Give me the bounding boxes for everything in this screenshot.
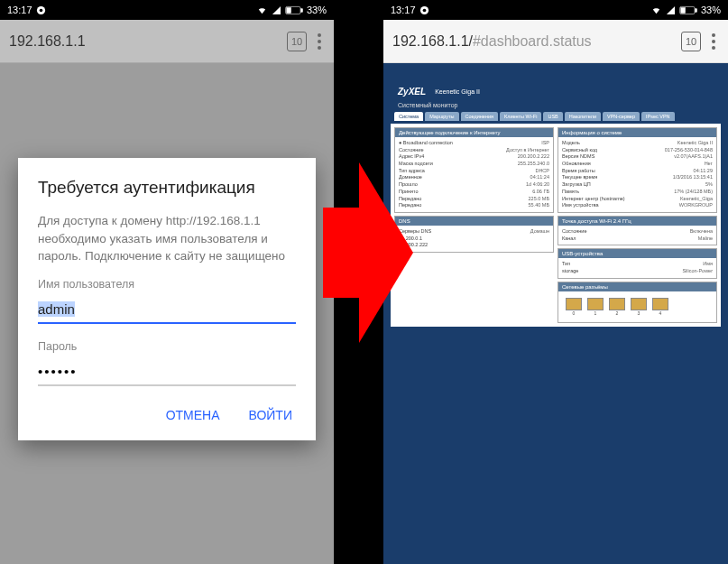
dialog-message: Для доступа к домену http://192.168.1.1 …	[38, 212, 296, 265]
info-row: СостояниеВключена	[562, 228, 713, 236]
status-bar-left: 13:17 33%	[0, 0, 334, 20]
info-panel: Действующее подключение к Интернету● Bro…	[394, 127, 554, 213]
svg-rect-9	[681, 7, 686, 13]
router-tab[interactable]: Накопители	[565, 112, 601, 121]
status-bar-right: 13:17 33%	[383, 0, 728, 20]
info-row: 81.200.2.222	[399, 242, 549, 249]
info-row: Передано225.0 МБ	[399, 196, 549, 203]
info-row: КаналMaline	[562, 236, 713, 243]
ethernet-port-icon	[566, 298, 582, 310]
ethernet-port-icon	[631, 298, 647, 310]
panel-header: Действующее подключение к Интернету	[395, 128, 553, 137]
router-tab[interactable]: IPsec VPN	[641, 112, 675, 121]
transition-arrow-icon	[323, 162, 404, 343]
router-tab[interactable]: Маршруты	[425, 112, 458, 121]
svg-point-1	[39, 8, 42, 12]
info-row: Сервисный код017-256-530-014-848	[562, 147, 713, 154]
info-row: Версия NDMSv2.07(AAFS.1)A1	[562, 153, 713, 161]
username-field[interactable]: admin	[38, 298, 296, 324]
svg-rect-3	[301, 8, 303, 12]
status-time: 13:17	[391, 5, 416, 15]
info-panel: DNSСерверы DNSДомашн81.200.0.181.200.2.2…	[394, 216, 554, 253]
info-row: Текущее время1/3/2016 13:15:41	[562, 174, 713, 181]
ethernet-port-icon	[652, 298, 668, 310]
menu-icon-left[interactable]	[314, 30, 325, 53]
info-row: ТипИмя	[562, 261, 713, 268]
url-input-left[interactable]: 192.168.1.1	[9, 33, 280, 50]
battery-pct: 33%	[307, 5, 327, 15]
menu-icon-right[interactable]	[708, 30, 719, 53]
router-brand: ZyXEL	[398, 87, 426, 97]
tab-count-right[interactable]: 10	[681, 32, 701, 51]
svg-rect-4	[287, 7, 291, 13]
battery-icon	[679, 5, 697, 15]
router-tab[interactable]: VPN-сервер	[603, 112, 640, 121]
info-row: Память17% (24/128 МБ)	[562, 189, 713, 196]
wifi-icon	[256, 5, 268, 15]
info-row: Время работы04:11:29	[562, 168, 713, 175]
wifi-icon	[650, 5, 662, 15]
info-row: Принято6.06 ГБ	[399, 189, 549, 196]
battery-pct: 33%	[701, 5, 721, 15]
info-panel: Сетевые разъёмы01234	[558, 282, 717, 323]
ethernet-port-icon	[609, 298, 625, 310]
panel-header: Точка доступа Wi-Fi 2.4 ГГц	[558, 217, 716, 226]
svg-rect-8	[696, 8, 697, 12]
svg-point-6	[422, 8, 426, 12]
password-label: Пароль	[38, 340, 296, 353]
info-row: Передано55.40 МБ	[399, 202, 549, 209]
tab-count-left[interactable]: 10	[287, 32, 307, 51]
router-admin-panel: ZyXEL Keenetic Giga II Системный монитор…	[391, 83, 721, 327]
info-row: Загрузка ЦП5%	[562, 181, 713, 189]
router-tab[interactable]: USB	[543, 112, 562, 121]
router-subtitle: Системный монитор	[391, 100, 721, 112]
router-tab[interactable]: Соединения	[461, 112, 498, 121]
info-row: МодельKeenetic Giga II	[562, 140, 713, 147]
info-row: storageSilicon-Power	[562, 268, 713, 275]
signal-icon	[666, 5, 676, 15]
info-panel: Информация о системеМодельKeenetic Giga …	[558, 127, 717, 213]
panel-header: DNS	[395, 217, 553, 226]
dialog-title: Требуется аутентификация	[38, 178, 296, 198]
info-row: Маска подсети255.255.240.0	[399, 161, 549, 168]
info-row: Интернет центр (hostname)Keenetic_Giga	[562, 196, 713, 203]
info-row: ● Broadband connectionISP	[399, 140, 549, 147]
username-label: Имя пользователя	[38, 278, 296, 291]
info-row: Имя устройстваWORKGROUP	[562, 202, 713, 209]
signal-icon	[272, 5, 281, 15]
port-icons: 01234	[562, 294, 713, 319]
url-input-right[interactable]: 192.168.1.1/#dashboard.status	[392, 33, 674, 50]
ethernet-port-icon	[587, 298, 604, 310]
address-bar-right: 192.168.1.1/#dashboard.status 10	[383, 20, 728, 63]
info-panel: Точка доступа Wi-Fi 2.4 ГГцСостояниеВклю…	[558, 216, 717, 245]
auth-dialog: Требуется аутентификация Для доступа к д…	[18, 158, 316, 440]
status-time: 13:17	[7, 5, 32, 15]
chrome-status-icon	[419, 5, 429, 15]
password-field[interactable]: ••••••	[38, 360, 296, 386]
info-row: Адрес IPv4200.200.2.222	[399, 153, 549, 161]
cancel-button[interactable]: ОТМЕНА	[162, 402, 224, 428]
chrome-status-icon	[36, 5, 46, 15]
router-header: ZyXEL Keenetic Giga II	[391, 83, 721, 100]
info-row: СостояниеДоступ в Интернет	[399, 147, 549, 154]
panel-header: Сетевые разъёмы	[558, 282, 716, 291]
battery-icon	[285, 5, 303, 15]
info-row: Доменное04:11:24	[399, 174, 549, 181]
router-model: Keenetic Giga II	[435, 88, 480, 95]
info-row: Тип адресаDHCP	[399, 168, 549, 175]
router-tab[interactable]: Система	[394, 112, 423, 121]
router-tabs: СистемаМаршрутыСоединенияКлиенты Wi-FiUS…	[391, 112, 721, 124]
info-row: Серверы DNSДомашн	[399, 228, 549, 236]
router-tab[interactable]: Клиенты Wi-Fi	[500, 112, 541, 121]
info-row: Прошло1d 4:06:20	[399, 181, 549, 189]
info-row: 81.200.0.1	[399, 236, 549, 243]
address-bar-left: 192.168.1.1 10	[0, 20, 334, 63]
info-panel: USB-устройстваТипИмяstorageSilicon-Power	[558, 248, 717, 278]
panel-header: Информация о системе	[558, 128, 716, 137]
panel-header: USB-устройства	[558, 249, 716, 258]
login-button[interactable]: ВОЙТИ	[245, 402, 296, 428]
info-row: ОбновленияНет	[562, 161, 713, 168]
